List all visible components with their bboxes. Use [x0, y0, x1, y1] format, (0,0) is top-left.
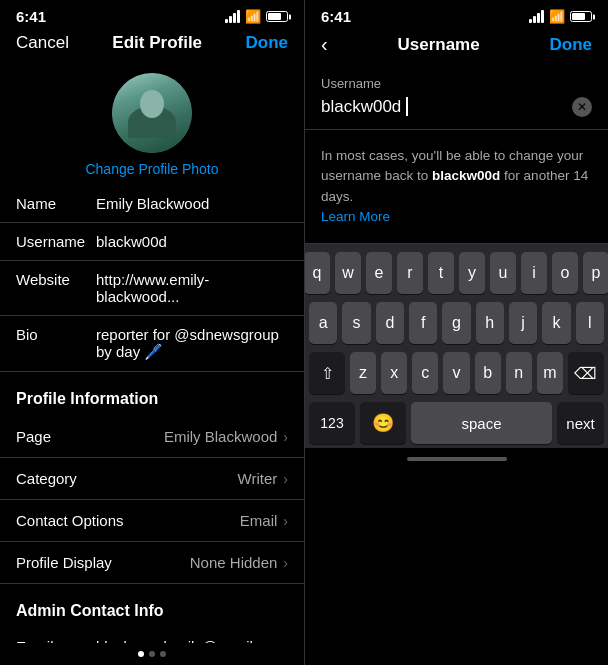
key-y[interactable]: y: [459, 252, 485, 294]
name-value: Emily Blackwood: [96, 195, 288, 212]
key-c[interactable]: c: [412, 352, 438, 394]
list-item-contact-options[interactable]: Contact Options Email ›: [0, 500, 304, 542]
page-dot-1: [138, 651, 144, 657]
left-status-bar: 6:41 📶: [0, 0, 304, 29]
chevron-right-icon-4: ›: [283, 555, 288, 571]
profile-fields: Name Emily Blackwood Username blackw00d …: [0, 185, 304, 643]
home-bar: [305, 448, 608, 470]
key-r[interactable]: r: [397, 252, 423, 294]
home-bar-line: [407, 457, 507, 461]
right-battery-icon: [570, 11, 592, 22]
list-item-profile-display[interactable]: Profile Display None Hidden ›: [0, 542, 304, 584]
contact-options-right: Email ›: [240, 512, 288, 529]
key-q[interactable]: q: [304, 252, 330, 294]
username-value: blackw00d: [96, 233, 288, 250]
contact-options-label: Contact Options: [16, 512, 124, 529]
key-v[interactable]: v: [443, 352, 469, 394]
chevron-right-icon-3: ›: [283, 513, 288, 529]
key-t[interactable]: t: [428, 252, 454, 294]
bio-value: reporter for @sdnewsgroup by day 🖊️: [96, 326, 288, 361]
username-input-row: blackw00d ✕: [321, 97, 592, 117]
backspace-key[interactable]: ⌫: [568, 352, 604, 394]
website-value: http://www.emily-blackwood...: [96, 271, 288, 305]
keyboard-row-3: ⇧ z x c v b n m ⌫: [309, 352, 604, 394]
page-label: Page: [16, 428, 51, 445]
profile-display-label: Profile Display: [16, 554, 112, 571]
change-photo-button[interactable]: Change Profile Photo: [85, 161, 218, 177]
keyboard-bottom-row: 123 😊 space next: [309, 402, 604, 444]
clear-button[interactable]: ✕: [572, 97, 592, 117]
emoji-key[interactable]: 😊: [360, 402, 406, 444]
right-status-bar: 6:41 📶: [305, 0, 608, 29]
page-right: Emily Blackwood ›: [164, 428, 288, 445]
learn-more-link[interactable]: Learn More: [321, 209, 390, 224]
signal-icon: [225, 10, 240, 23]
left-status-icons: 📶: [225, 9, 288, 24]
profile-info-section-header: Profile Information: [0, 372, 304, 416]
shift-key[interactable]: ⇧: [309, 352, 345, 394]
field-username[interactable]: Username blackw00d: [0, 223, 304, 261]
key-g[interactable]: g: [442, 302, 470, 344]
avatar[interactable]: [112, 73, 192, 153]
key-e[interactable]: e: [366, 252, 392, 294]
username-hint: In most cases, you'll be able to change …: [305, 130, 608, 244]
keyboard-row-2: a s d f g h j k l: [309, 302, 604, 344]
name-label: Name: [16, 195, 96, 212]
num-key[interactable]: 123: [309, 402, 355, 444]
key-n[interactable]: n: [506, 352, 532, 394]
key-d[interactable]: d: [376, 302, 404, 344]
key-f[interactable]: f: [409, 302, 437, 344]
list-item-page[interactable]: Page Emily Blackwood ›: [0, 416, 304, 458]
left-done-button[interactable]: Done: [246, 33, 289, 53]
page-indicator: [0, 643, 304, 665]
key-j[interactable]: j: [509, 302, 537, 344]
bio-label: Bio: [16, 326, 96, 343]
profile-display-value: None Hidden: [190, 554, 278, 571]
key-a[interactable]: a: [309, 302, 337, 344]
profile-photo-section: Change Profile Photo: [0, 61, 304, 185]
key-u[interactable]: u: [490, 252, 516, 294]
category-right: Writer ›: [238, 470, 288, 487]
edit-profile-panel: 6:41 📶 Cancel Edit Profile Done Change P…: [0, 0, 304, 665]
next-key[interactable]: next: [557, 402, 604, 444]
chevron-right-icon-2: ›: [283, 471, 288, 487]
page-value: Emily Blackwood: [164, 428, 277, 445]
space-key[interactable]: space: [411, 402, 552, 444]
key-k[interactable]: k: [542, 302, 570, 344]
username-field-label: Username: [321, 76, 592, 91]
key-h[interactable]: h: [476, 302, 504, 344]
key-p[interactable]: p: [583, 252, 608, 294]
username-panel: 6:41 📶 ‹ Username Done Username blackw00…: [304, 0, 608, 665]
field-website[interactable]: Website http://www.emily-blackwood...: [0, 261, 304, 316]
key-x[interactable]: x: [381, 352, 407, 394]
field-admin-email[interactable]: Email blackwoodemily@gmail.com: [0, 628, 304, 643]
key-w[interactable]: w: [335, 252, 361, 294]
list-item-category[interactable]: Category Writer ›: [0, 458, 304, 500]
left-nav-title: Edit Profile: [112, 33, 202, 53]
chevron-right-icon: ›: [283, 429, 288, 445]
back-button[interactable]: ‹: [321, 33, 328, 56]
right-time: 6:41: [321, 8, 351, 25]
page-dot-2: [149, 651, 155, 657]
category-label: Category: [16, 470, 77, 487]
admin-section-header: Admin Contact Info: [0, 584, 304, 628]
battery-icon: [266, 11, 288, 22]
keyboard-row-1: q w e r t y u i o p: [309, 252, 604, 294]
cancel-button[interactable]: Cancel: [16, 33, 69, 53]
key-o[interactable]: o: [552, 252, 578, 294]
right-done-button[interactable]: Done: [549, 35, 592, 55]
key-b[interactable]: b: [475, 352, 501, 394]
username-field-container[interactable]: Username blackw00d ✕: [305, 64, 608, 130]
field-name[interactable]: Name Emily Blackwood: [0, 185, 304, 223]
wifi-icon: 📶: [245, 9, 261, 24]
key-s[interactable]: s: [342, 302, 370, 344]
key-i[interactable]: i: [521, 252, 547, 294]
field-bio[interactable]: Bio reporter for @sdnewsgroup by day 🖊️: [0, 316, 304, 372]
key-z[interactable]: z: [350, 352, 376, 394]
hint-text-bold: blackw00d: [432, 168, 500, 183]
key-l[interactable]: l: [576, 302, 604, 344]
key-m[interactable]: m: [537, 352, 563, 394]
right-nav-title: Username: [397, 35, 479, 55]
username-input[interactable]: blackw00d: [321, 97, 572, 117]
profile-display-right: None Hidden ›: [190, 554, 288, 571]
